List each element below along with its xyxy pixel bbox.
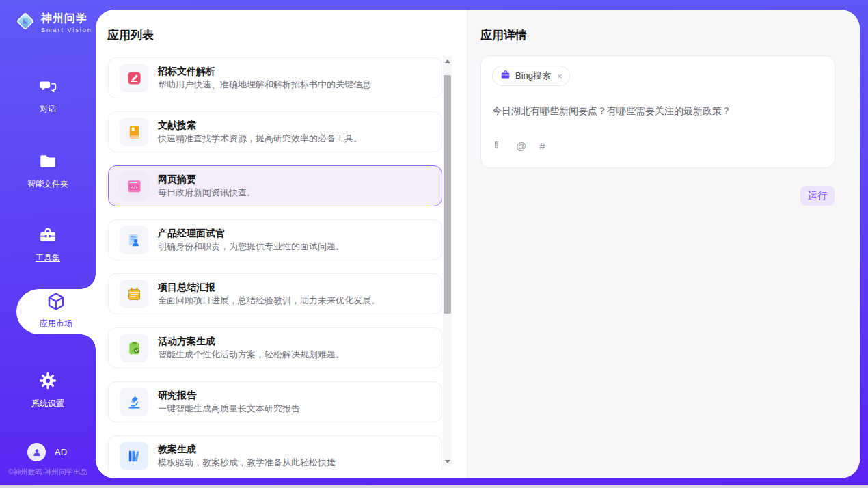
user-account[interactable]: AD (27, 443, 67, 461)
cube-icon (46, 291, 66, 314)
sidebar-item-label: 智能文件夹 (27, 178, 68, 190)
sidebar-item-label: 系统设置 (31, 398, 64, 409)
sidebar: 神州问学 Smart Vision 对话 智能文件夹 (0, 0, 96, 485)
app-detail-panel: 应用详情 Bing搜索 × 今日湖北有哪些新闻要点？有哪些需要关注的最新政策？ (467, 10, 860, 478)
app-desc: 明确身份和职责，为您提供专业性的面试问题。 (158, 241, 344, 254)
active-tab-curve-bottom (81, 334, 96, 349)
app-card-bid-parsing[interactable]: 招标文件解析 帮助用户快速、准确地理解和解析招标书中的关键信息 (108, 57, 442, 98)
book-icon (120, 118, 148, 146)
sidebar-item-label: 对话 (40, 103, 56, 115)
triangle-up-icon (445, 59, 450, 63)
folder-icon (38, 152, 57, 174)
app-name: 教案生成 (158, 442, 336, 456)
app-list-scrollbar[interactable] (443, 56, 452, 466)
attachment-toolbar: @ # (493, 139, 545, 152)
sidebar-item-smart-folder[interactable]: 智能文件夹 (0, 152, 96, 190)
mention-icon[interactable]: @ (516, 141, 526, 151)
sidebar-item-chat[interactable]: 对话 (0, 77, 96, 115)
app-name: 产品经理面试官 (158, 226, 344, 240)
app-desc: 全面回顾项目进展，总结经验教训，助力未来优化发展。 (158, 295, 380, 308)
web-code-icon: </> (120, 172, 148, 200)
app-list-title: 应用列表 (107, 27, 154, 43)
avatar (27, 443, 46, 461)
interviewer-icon (120, 226, 148, 254)
hashtag-icon[interactable]: # (539, 141, 545, 151)
microscope-icon (120, 388, 148, 416)
run-button[interactable]: 运行 (800, 186, 835, 206)
app-list: 招标文件解析 帮助用户快速、准确地理解和解析招标书中的关键信息 文献搜索 快速精… (108, 57, 443, 470)
doc-edit-icon (120, 64, 148, 92)
user-name: AD (55, 447, 67, 457)
books-icon (120, 442, 148, 470)
sidebar-item-label: 工具集 (36, 252, 60, 264)
app-card-literature-search[interactable]: 文献搜索 快速精准查找学术资源，提高研究效率的必备工具。 (108, 111, 442, 152)
app-list-panel: 应用列表 招标文件解析 帮助用户快速、准确地理解和解析招标书中的关键信息 (96, 10, 467, 478)
brand-logo: 神州问学 Smart Vision (15, 11, 92, 34)
tool-tag-label: Bing搜索 (515, 70, 551, 82)
app-desc: 一键智能生成高质量长文本研究报告 (158, 403, 300, 416)
app-desc: 智能生成个性化活动方案，轻松解决规划难题。 (158, 349, 344, 362)
app-name: 网页摘要 (158, 172, 256, 186)
clipboard-check-icon (120, 334, 148, 362)
app-name: 招标文件解析 (158, 64, 371, 78)
sidebar-item-app-market[interactable]: 应用市场 (16, 291, 96, 329)
gear-icon (38, 371, 57, 393)
tool-tag-bing-search[interactable]: Bing搜索 × (492, 66, 570, 86)
app-desc: 快速精准查找学术资源，提高研究效率的必备工具。 (158, 133, 362, 146)
briefcase-icon (500, 70, 511, 83)
prompt-card: Bing搜索 × 今日湖北有哪些新闻要点？有哪些需要关注的最新政策？ @ # (480, 55, 835, 168)
app-desc: 每日政府新闻资讯快查。 (158, 187, 256, 200)
app-desc: 帮助用户快速、准确地理解和解析招标书中的关键信息 (158, 79, 371, 92)
main-content: 应用列表 招标文件解析 帮助用户快速、准确地理解和解析招标书中的关键信息 (96, 10, 860, 478)
sidebar-item-toolset[interactable]: 工具集 (0, 226, 96, 264)
app-name: 研究报告 (158, 388, 300, 402)
app-card-pm-interviewer[interactable]: 产品经理面试官 明确身份和职责，为您提供专业性的面试问题。 (108, 219, 442, 260)
calendar-icon (120, 280, 148, 308)
app-card-project-summary[interactable]: 项目总结汇报 全面回顾项目进展，总结经验教训，助力未来优化发展。 (108, 273, 442, 314)
app-name: 活动方案生成 (158, 334, 344, 348)
app-card-web-summary[interactable]: </> 网页摘要 每日政府新闻资讯快查。 (108, 165, 442, 206)
app-card-lesson-plan[interactable]: 教案生成 模板驱动，教案秒成，教学准备从此轻松快捷 (108, 435, 442, 470)
app-card-research-report[interactable]: 研究报告 一键智能生成高质量长文本研究报告 (108, 381, 442, 422)
app-detail-title: 应用详情 (480, 27, 527, 43)
chat-icon (38, 77, 57, 98)
copyright-text: ©神州数码·神州问学出品 (0, 467, 96, 477)
brand-subtitle: Smart Vision (41, 27, 92, 33)
app-name: 文献搜索 (158, 118, 362, 132)
app-name: 项目总结汇报 (158, 280, 380, 294)
scroll-down-button[interactable] (443, 457, 452, 466)
sidebar-item-label: 应用市场 (40, 318, 72, 329)
close-icon[interactable]: × (556, 71, 562, 81)
toolbox-icon (38, 226, 57, 247)
scrollbar-thumb[interactable] (444, 75, 451, 314)
query-input[interactable]: 今日湖北有哪些新闻要点？有哪些需要关注的最新政策？ (492, 104, 824, 118)
brand-name: 神州问学 (41, 12, 92, 26)
sidebar-item-settings[interactable]: 系统设置 (0, 371, 96, 409)
scroll-up-button[interactable] (443, 56, 452, 66)
paperclip-icon[interactable] (493, 139, 503, 152)
active-tab-curve-top (81, 274, 96, 289)
diamond-logo-icon (15, 11, 36, 34)
bottom-edge-strip (0, 485, 868, 488)
app-card-activity-plan[interactable]: 活动方案生成 智能生成个性化活动方案，轻松解决规划难题。 (108, 327, 442, 368)
triangle-down-icon (445, 460, 450, 463)
svg-text:</>: </> (130, 184, 137, 189)
app-desc: 模板驱动，教案秒成，教学准备从此轻松快捷 (158, 457, 336, 470)
